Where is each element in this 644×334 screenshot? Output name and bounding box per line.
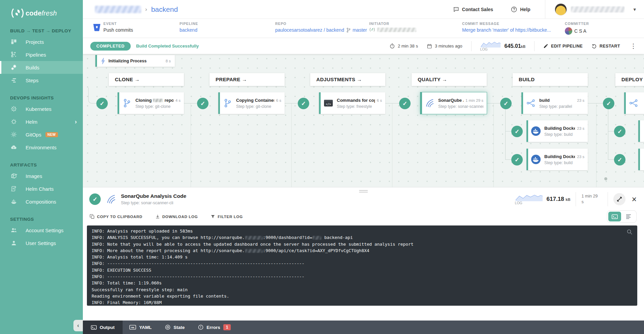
codefresh-logo[interactable]: codefresh — [0, 0, 83, 20]
connector-line — [596, 103, 597, 187]
sidebar-item-pipelines[interactable]: Pipelines — [0, 48, 83, 61]
search-icon[interactable] — [626, 229, 633, 235]
pipelines-icon — [10, 51, 18, 58]
step-card-sonarqube[interactable]: SonarQube Analy 1 min 29 s Step type: so… — [420, 92, 487, 114]
chevron-down-icon[interactable]: ▾ — [633, 6, 636, 12]
step-type: Step type: build — [544, 132, 584, 137]
sidebar-item-steps[interactable]: Steps — [0, 74, 83, 87]
sidebar-item-account-settings[interactable]: Account Settings — [0, 224, 83, 237]
error-icon — [198, 325, 203, 330]
help-button[interactable]: Help — [511, 6, 530, 13]
graph-scrollbar-thumb[interactable] — [604, 177, 607, 180]
restart-button[interactable]: RESTART — [591, 43, 620, 49]
sidebar-item-environments[interactable]: Environments — [0, 141, 83, 154]
sidebar-item-gitops[interactable]: GitOps NEW — [0, 128, 83, 141]
connector-elbow — [88, 88, 96, 103]
user-avatar[interactable] — [555, 3, 567, 16]
more-options-kebab-icon[interactable]: ⋮ — [629, 42, 638, 50]
log-toolbar: COPY TO CLIPBOARD DOWNLOAD LOG FILTER LO… — [83, 210, 644, 225]
sidebar-collapse-button[interactable]: ‹ — [73, 320, 83, 331]
sidebar-item-label: Environments — [26, 145, 57, 150]
sidebar-item-label: Account Settings — [26, 227, 64, 233]
sidebar-item-projects[interactable]: Projects — [0, 35, 83, 48]
tab-yaml[interactable]: YML YAML — [123, 321, 158, 334]
step-card-clone[interactable]: Cloningrepository 4 s Step type: git-clo… — [118, 92, 184, 114]
section-label: DEVOPS INSIGHTS — [0, 95, 83, 102]
success-check-icon: ✓ — [197, 98, 208, 109]
redacted-text — [313, 236, 321, 240]
meta-label: INITIATOR — [369, 22, 416, 26]
sidebar-item-label: Builds — [26, 65, 39, 70]
step-card-clipped[interactable] — [638, 149, 644, 170]
step-card-prepare[interactable]: Copying Container config 6 s Step type: … — [218, 92, 285, 114]
step-card-build-parallel[interactable]: build 23 s Step type: parallel — [521, 92, 588, 114]
download-log-button[interactable]: DOWNLOAD LOG — [155, 214, 198, 219]
sidebar-item-helm-charts[interactable]: Helm Charts — [0, 182, 83, 195]
step-log-size-widget: LOG 617.18 kB — [515, 193, 571, 205]
step-card-deploy-parallel[interactable] — [624, 92, 644, 114]
step-type: Step type: parallel — [539, 104, 584, 109]
sidebar-item-helm[interactable]: Helm › — [0, 115, 83, 128]
sidebar-item-images[interactable]: Images — [0, 170, 83, 182]
sidebar-item-builds[interactable]: Builds — [0, 61, 83, 74]
filter-log-button[interactable]: FILTER LOG — [211, 214, 243, 219]
step-log-size-value: 617.18 kB — [547, 196, 571, 203]
initializing-step-card[interactable]: Initializing Process 8 s — [95, 55, 175, 67]
meta-label: EVENT — [103, 22, 133, 26]
list-view-button[interactable] — [622, 212, 635, 221]
status-badge: COMPLETED — [90, 42, 131, 51]
connector-line — [505, 131, 511, 131]
account-settings-people-icon — [10, 226, 18, 234]
contact-sales-button[interactable]: Contact Sales — [453, 6, 493, 13]
step-card-clipped[interactable] — [638, 120, 644, 142]
expand-panel-button[interactable] — [613, 193, 625, 205]
committer-name: C S A — [574, 28, 586, 34]
tab-errors[interactable]: Errors 1 — [191, 321, 237, 334]
commit-message-link[interactable]: Merge branch 'master' of https://bitbuck… — [462, 27, 551, 33]
sidebar-item-user-settings[interactable]: User Settings — [0, 237, 83, 249]
step-type: Step type: sonar-scanner-cli — [438, 104, 483, 109]
breadcrumb-separator: › — [145, 6, 147, 13]
close-panel-icon[interactable]: × — [632, 195, 637, 204]
branch-link[interactable]: master — [353, 27, 367, 33]
success-check-icon: ✓ — [614, 154, 625, 165]
meta-label: REPO — [275, 22, 367, 26]
tab-output[interactable]: Output — [83, 321, 123, 334]
environments-cloud-icon — [10, 144, 18, 151]
sidebar-item-compositions[interactable]: Compositions — [0, 195, 83, 208]
stage-header-adjustments: ADJUSTMENTS → — [310, 73, 385, 86]
panel-resize-handle[interactable] — [359, 189, 368, 193]
log-line: INFO: Analysis report uploaded in 583ms — [92, 228, 633, 234]
svg-text:</>: </> — [326, 102, 331, 106]
divider — [471, 41, 472, 51]
docker-icon — [531, 154, 541, 164]
breadcrumb-project-redacted[interactable] — [95, 6, 141, 13]
sidebar-section-artifacts: ARTIFACTS Images Helm Charts Composition… — [0, 162, 83, 208]
connector-line — [184, 103, 197, 103]
repo-link[interactable]: paulocesarsotoalvarez / backend — [275, 27, 344, 33]
meta-label: PIPELINE — [180, 22, 198, 26]
sidebar-item-label: User Settings — [26, 240, 56, 246]
step-duration: 23 s — [575, 98, 584, 102]
terminal-view-button[interactable] — [608, 212, 621, 221]
meta-repo: REPO paulocesarsotoalvarez / backend mas… — [275, 22, 367, 33]
connector-line — [588, 103, 603, 103]
divider — [608, 192, 608, 206]
sidebar-item-kubernetes[interactable]: Kubernetes — [0, 102, 83, 115]
success-check-icon: ✓ — [96, 98, 108, 109]
projects-icon — [10, 38, 18, 45]
step-card-building-docker-1[interactable]: Building Docker 23 s Step type: build — [526, 120, 588, 142]
sidebar-section-build-test-deploy: BUILD → TEST → DEPLOY Projects Pipelines… — [0, 28, 83, 87]
section-label: SETTINGS — [0, 217, 83, 224]
tab-state[interactable]: State — [158, 321, 191, 334]
copy-to-clipboard-button[interactable]: COPY TO CLIPBOARD — [90, 214, 142, 219]
step-card-adjustments[interactable]: </> Commands for copy/mov 6 s Step type:… — [319, 92, 385, 114]
breadcrumb-current[interactable]: backend — [151, 5, 178, 13]
edit-pipeline-button[interactable]: EDIT PIPELINE — [543, 43, 583, 49]
steps-icon — [10, 77, 18, 84]
step-duration: 6 s — [274, 98, 281, 102]
pipeline-link[interactable]: backend — [180, 27, 197, 33]
codefresh-leaf-icon — [10, 7, 25, 19]
step-card-building-docker-2[interactable]: Building Docker 23 s Step type: build — [526, 149, 588, 170]
bitbucket-icon — [92, 23, 101, 32]
